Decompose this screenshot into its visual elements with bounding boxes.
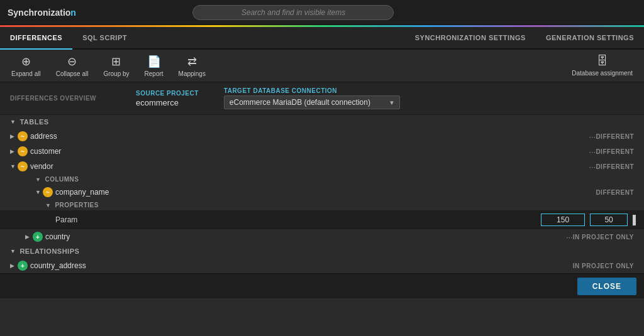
report-icon: 📄: [147, 55, 161, 68]
columns-chevron-icon: ▼: [35, 176, 41, 183]
mappings-label: Mappings: [179, 70, 206, 77]
search-input[interactable]: Search and find in visible items: [192, 5, 394, 20]
country-expand-icon[interactable]: ▶: [25, 234, 33, 240]
source-project-section: SOURCE PROJECT ecommerce: [136, 90, 199, 107]
expand-all-label: Expand all: [11, 70, 41, 77]
table-row-customer[interactable]: ▶ ~ customer ··· DIFFERENT: [0, 144, 644, 159]
report-label: Report: [145, 70, 164, 77]
company-name-label: company_name: [55, 188, 596, 197]
vendor-expand-icon[interactable]: ▼: [10, 163, 18, 170]
title-highlight: n: [70, 8, 76, 18]
vendor-label: vendor: [30, 162, 586, 171]
country-col-icon: +: [33, 232, 43, 242]
customer-label: customer: [30, 147, 586, 156]
expand-all-button[interactable]: ⊕ Expand all: [5, 52, 47, 80]
table-row-country[interactable]: ▶ + country ··· IN PROJECT ONLY: [0, 229, 644, 244]
param-val-right[interactable]: [590, 214, 628, 226]
country-label: country: [45, 232, 562, 241]
top-nav: DIFFERENCES SQL SCRIPT SYNCHRONIZATION S…: [0, 27, 644, 50]
company-name-expand-icon[interactable]: ▼: [35, 189, 43, 195]
param-label: Param: [55, 215, 541, 224]
group-by-label: Group by: [103, 70, 129, 77]
report-button[interactable]: 📄 Report: [138, 52, 170, 80]
db-assignment-icon: 🗄: [597, 55, 608, 68]
relationships-section-label: RELATIONSHIPS: [19, 247, 79, 255]
address-status: DIFFERENT: [596, 133, 644, 140]
vendor-status: DIFFERENT: [596, 163, 644, 170]
relationships-chevron-icon: ▼: [10, 248, 16, 254]
company-name-status: DIFFERENT: [596, 189, 644, 196]
mappings-icon: ⇄: [187, 55, 197, 68]
toolbar: ⊕ Expand all ⊖ Collapse all ⊞ Group by 📄…: [0, 50, 644, 82]
toolbar-right: 🗄 Database assignment: [565, 52, 639, 79]
target-connection-label: TARGET DATABASE CONNECTION: [224, 87, 400, 94]
columns-section-label: COLUMNS: [45, 176, 79, 183]
properties-chevron-icon: ▼: [45, 202, 51, 209]
target-connection-section: TARGET DATABASE CONNECTION eCommerce Mar…: [224, 87, 400, 109]
properties-section-label: PROPERTIES: [55, 202, 98, 209]
company-name-col-icon: ~: [43, 187, 53, 197]
vendor-context-icon[interactable]: ···: [589, 162, 596, 171]
tab-differences[interactable]: DIFFERENCES: [0, 27, 72, 50]
differences-overview-label: DIFFERENCES OVERVIEW: [10, 95, 111, 102]
customer-table-icon: ~: [18, 146, 28, 156]
tab-sql-script[interactable]: SQL SCRIPT: [72, 27, 137, 50]
address-table-icon: ~: [18, 131, 28, 141]
collapse-all-icon: ⊖: [67, 55, 77, 68]
db-assignment-label: Database assignment: [572, 70, 633, 77]
title-bar: Synchronization Search and find in visib…: [0, 0, 644, 25]
tables-section-label: TABLES: [19, 118, 48, 126]
tab-sync-settings[interactable]: SYNCHRONIZATION SETTINGS: [405, 27, 536, 48]
address-label: address: [30, 132, 586, 141]
tab-gen-settings[interactable]: GENERATION SETTINGS: [536, 27, 644, 48]
bottom-bar: CLOSE: [0, 273, 644, 298]
toolbar-left: ⊕ Expand all ⊖ Collapse all ⊞ Group by 📄…: [5, 52, 212, 80]
diff-content: ▼ TABLES ▶ ~ address ··· DIFFERENT ▶ ~ c…: [0, 115, 644, 273]
source-project-value: ecommerce: [136, 98, 199, 107]
country-address-expand-icon[interactable]: ▶: [10, 263, 18, 269]
param-row: Param ▌: [0, 210, 644, 229]
relationships-section-header[interactable]: ▼ RELATIONSHIPS: [0, 244, 644, 258]
vendor-table-icon: ~: [18, 161, 28, 171]
target-connection-wrapper: eCommerce MariaDB (default connection) ▼: [224, 95, 400, 109]
info-row: DIFFERENCES OVERVIEW SOURCE PROJECT ecom…: [0, 82, 644, 115]
group-by-icon: ⊞: [111, 55, 121, 68]
tables-section-header[interactable]: ▼ TABLES: [0, 115, 644, 129]
mappings-button[interactable]: ⇄ Mappings: [172, 52, 212, 80]
expand-all-icon: ⊕: [21, 55, 31, 68]
cursor-indicator: ▌: [633, 215, 644, 225]
collapse-all-label: Collapse all: [56, 70, 89, 77]
country-context-icon[interactable]: ···: [566, 232, 573, 242]
country-address-label: country_address: [30, 261, 573, 270]
properties-section-header[interactable]: ▼ PROPERTIES: [0, 200, 644, 210]
customer-status: DIFFERENT: [596, 148, 644, 155]
app-title: Synchronization: [8, 8, 76, 18]
columns-section-header[interactable]: ▼ COLUMNS: [0, 174, 644, 185]
column-row-company-name[interactable]: ▼ ~ company_name DIFFERENT: [0, 185, 644, 200]
country-address-status: IN PROJECT ONLY: [573, 263, 644, 269]
address-context-icon[interactable]: ···: [589, 132, 596, 141]
db-assignment-button[interactable]: 🗄 Database assignment: [565, 52, 639, 79]
relationship-row-country-address[interactable]: ▶ + country_address IN PROJECT ONLY: [0, 258, 644, 273]
target-connection-select[interactable]: eCommerce MariaDB (default connection): [224, 95, 400, 109]
group-by-button[interactable]: ⊞ Group by: [97, 52, 135, 80]
table-row-address[interactable]: ▶ ~ address ··· DIFFERENT: [0, 129, 644, 144]
country-address-icon: +: [18, 261, 28, 271]
param-val-left[interactable]: [541, 214, 585, 226]
address-expand-icon[interactable]: ▶: [10, 133, 18, 139]
table-row-vendor[interactable]: ▼ ~ vendor ··· DIFFERENT: [0, 159, 644, 174]
customer-expand-icon[interactable]: ▶: [10, 148, 18, 154]
top-nav-left: DIFFERENCES SQL SCRIPT: [0, 27, 137, 48]
source-project-label: SOURCE PROJECT: [136, 90, 199, 97]
country-status: IN PROJECT ONLY: [573, 234, 644, 241]
customer-context-icon[interactable]: ···: [589, 147, 596, 156]
collapse-all-button[interactable]: ⊖ Collapse all: [50, 52, 95, 80]
top-nav-right: SYNCHRONIZATION SETTINGS GENERATION SETT…: [405, 27, 644, 48]
close-button[interactable]: CLOSE: [577, 278, 636, 295]
tables-chevron-icon: ▼: [10, 119, 16, 125]
